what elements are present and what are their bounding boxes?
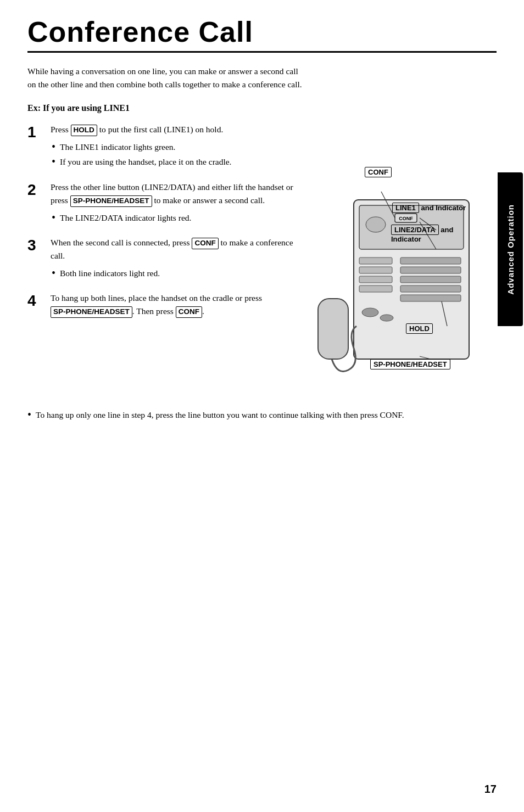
footer-note: • To hang up only one line in step 4, pr… xyxy=(27,408,497,422)
step-1: 1 Press HOLD to put the first call (LINE… xyxy=(27,123,299,171)
svg-point-12 xyxy=(380,315,393,321)
bullet-dot: • xyxy=(52,267,55,279)
page-number: 17 xyxy=(484,783,497,796)
step-number-2: 2 xyxy=(27,181,47,199)
intro-text: While having a conversation on one line,… xyxy=(27,65,302,91)
sp-phone-key-4: SP-PHONE/HEADSET xyxy=(51,306,132,318)
conf-key-3: CONF xyxy=(192,238,218,249)
bullet-text: The LINE1 indicator lights green. xyxy=(60,141,175,153)
line2-key-diag: LINE2/DATA xyxy=(391,225,439,235)
line1-label: LINE1 xyxy=(104,103,130,113)
step-number-1: 1 xyxy=(27,123,47,142)
hold-diag-label: HOLD xyxy=(406,323,433,334)
conf-key-footer: CONF xyxy=(380,410,402,419)
svg-point-11 xyxy=(362,308,378,317)
step-2: 2 Press the other line button (LINE2/DAT… xyxy=(27,181,299,226)
hold-key-diag: HOLD xyxy=(406,323,433,334)
svg-rect-3 xyxy=(400,267,461,273)
bullet-dot: • xyxy=(52,155,55,167)
step-3-bullets: • Both line indicators light red. xyxy=(52,267,299,279)
step-1-bullets: • The LINE1 indicator lights green. • If… xyxy=(52,141,231,169)
sidebar-tab: Advanced Operation xyxy=(498,172,523,326)
bullet-dot: • xyxy=(52,141,55,153)
sp-phone-diag-label: SP-PHONE/HEADSET xyxy=(370,359,450,369)
step-2-bullets: • The LINE2/DATA indicator lights red. xyxy=(52,211,299,224)
conf-diag-label: CONF xyxy=(365,167,392,177)
bullet-item: • Both line indicators light red. xyxy=(52,267,299,279)
step-3: 3 When the second call is connected, pre… xyxy=(27,236,299,282)
phone-diagram-container: CONF CONF xyxy=(310,123,497,392)
step-content-4: To hang up both lines, place the handset… xyxy=(51,292,299,318)
sidebar-tab-text: Advanced Operation xyxy=(506,204,515,295)
step-content-3: When the second call is connected, press… xyxy=(51,236,299,282)
footer-text: To hang up only one line in step 4, pres… xyxy=(36,408,404,422)
bullet-dot: • xyxy=(52,211,55,223)
svg-rect-16 xyxy=(318,299,348,359)
phone-diagram: CONF CONF xyxy=(310,128,497,392)
svg-rect-7 xyxy=(359,257,392,264)
step-content-1: Press HOLD to put the first call (LINE1)… xyxy=(51,123,231,171)
line1-diag-label: LINE1 and Indicator xyxy=(392,203,466,213)
footer-bullet: • xyxy=(27,408,31,421)
line1-key-diag: LINE1 xyxy=(392,203,419,213)
bullet-text: The LINE2/DATA indicator lights red. xyxy=(60,211,191,224)
title-divider xyxy=(27,51,497,53)
svg-point-15 xyxy=(366,217,386,232)
steps-section: 1 Press HOLD to put the first call (LINE… xyxy=(27,123,497,392)
step-4: 4 To hang up both lines, place the hands… xyxy=(27,292,299,318)
conf-key-4: CONF xyxy=(176,306,202,318)
bullet-item: • The LINE2/DATA indicator lights red. xyxy=(52,211,299,224)
svg-rect-8 xyxy=(359,267,392,273)
example-heading: Ex: If you are using LINE1 xyxy=(27,103,497,113)
bullet-text: Both line indicators light red. xyxy=(60,267,160,279)
step-content-2: Press the other line button (LINE2/DATA)… xyxy=(51,181,299,226)
phone-svg: CONF xyxy=(310,128,497,392)
bullet-item: • The LINE1 indicator lights green. xyxy=(52,141,231,153)
step-number-4: 4 xyxy=(27,292,47,310)
line1-suffix: and Indicator xyxy=(419,204,466,212)
sp-phone-key-2: SP-PHONE/HEADSET xyxy=(70,195,152,207)
svg-rect-10 xyxy=(359,285,392,292)
page-title: Conference Call xyxy=(27,16,497,48)
step-number-3: 3 xyxy=(27,236,47,255)
svg-rect-6 xyxy=(400,295,461,301)
svg-rect-9 xyxy=(359,276,392,283)
svg-rect-2 xyxy=(400,257,461,264)
svg-text:CONF: CONF xyxy=(399,216,413,221)
hold-key-1: HOLD xyxy=(71,125,97,136)
svg-rect-4 xyxy=(400,276,461,283)
sp-phone-key-diag: SP-PHONE/HEADSET xyxy=(370,359,450,369)
svg-rect-5 xyxy=(400,285,461,292)
bullet-item: • If you are using the handset, place it… xyxy=(52,155,231,168)
line2-diag-label: LINE2/DATA andIndicator xyxy=(391,225,453,243)
steps-left: 1 Press HOLD to put the first call (LINE… xyxy=(27,123,310,392)
bullet-text: If you are using the handset, place it o… xyxy=(60,155,231,168)
conf-key-diag: CONF xyxy=(365,167,392,177)
